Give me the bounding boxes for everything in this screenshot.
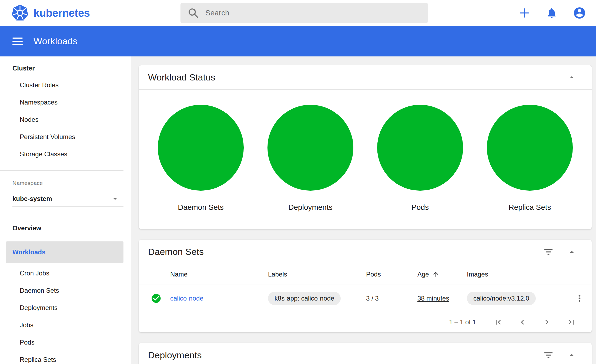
appbar: Workloads [0, 26, 596, 56]
filter-button[interactable] [543, 350, 554, 360]
namespace-select[interactable]: kube-system [0, 191, 123, 206]
kubernetes-logo-icon [11, 4, 29, 22]
collapse-button[interactable] [567, 73, 577, 82]
daemon-set-link[interactable]: calico-node [170, 295, 268, 302]
column-header-images[interactable]: Images [467, 271, 567, 278]
topbar-actions [518, 6, 586, 20]
sidebar-item-replica-sets[interactable]: Replica Sets [0, 351, 131, 364]
workload-status-header: Workload Status [139, 65, 592, 90]
chevron-left-icon [518, 317, 527, 327]
sidebar-item-cluster[interactable]: Cluster [0, 62, 131, 75]
sidebar-item-cluster-roles[interactable]: Cluster Roles [0, 76, 131, 94]
deployments-header: Deployments [139, 343, 592, 364]
more-vert-icon[interactable] [574, 293, 585, 304]
sidebar-item-deployments[interactable]: Deployments [0, 299, 131, 316]
filter-button[interactable] [543, 247, 554, 257]
table-row: calico-node k8s-app: calico-node 3 / 3 3… [139, 285, 592, 312]
card-title: Deployments [148, 350, 202, 360]
image-chip: calico/node:v3.12.0 [467, 292, 536, 305]
deployments-status-circle [267, 105, 353, 191]
brand-link[interactable]: kubernetes [11, 4, 90, 22]
filter-icon [543, 247, 554, 257]
previous-page-button[interactable] [518, 317, 527, 327]
account-icon [573, 6, 586, 20]
first-page-button[interactable] [493, 317, 503, 327]
sidebar-item-workloads[interactable]: Workloads [6, 241, 123, 263]
workload-status-card: Workload Status Daemon Sets Deployme [139, 65, 592, 229]
pagination-range-label: 1 – 1 of 1 [449, 318, 476, 326]
account-button[interactable] [573, 6, 586, 20]
sidebar: Cluster Cluster Roles Namespaces Nodes P… [0, 56, 131, 364]
pods-count: 3 / 3 [366, 295, 417, 302]
brand-wordmark: kubernetes [34, 7, 90, 19]
sidebar-item-namespaces[interactable]: Namespaces [0, 94, 131, 111]
daemon-sets-card: Daemon Sets Name Labels Pods [139, 240, 592, 332]
sidebar-item-pods[interactable]: Pods [0, 334, 131, 351]
check-circle-icon [151, 293, 162, 304]
sidebar-item-persistent-volumes[interactable]: Persistent Volumes [0, 128, 131, 146]
main-content: Workload Status Daemon Sets Deployme [131, 56, 596, 364]
topbar: kubernetes [0, 0, 596, 26]
search-icon [187, 7, 199, 19]
status-cell [151, 293, 170, 304]
card-title: Daemon Sets [148, 247, 204, 257]
workloads-nav: Cron Jobs Daemon Sets Deployments Jobs P… [0, 265, 131, 364]
notifications-button[interactable] [546, 7, 558, 19]
plus-icon [518, 7, 531, 19]
sidebar-item-storage-classes[interactable]: Storage Classes [0, 146, 131, 163]
namespace-selected-value: kube-system [12, 195, 52, 203]
card-title: Workload Status [148, 72, 215, 83]
kubernetes-dashboard: kubernetes [0, 0, 596, 364]
chevron-up-icon [567, 73, 577, 82]
replica-sets-chart: Replica Sets [487, 105, 573, 212]
table-pagination: 1 – 1 of 1 [139, 312, 592, 332]
search-input[interactable] [205, 9, 424, 17]
column-header-name[interactable]: Name [170, 271, 268, 278]
last-page-button[interactable] [566, 317, 576, 327]
sidebar-item-daemon-sets[interactable]: Daemon Sets [0, 282, 131, 299]
content: Cluster Cluster Roles Namespaces Nodes P… [0, 56, 596, 364]
last-page-icon [566, 317, 576, 327]
sort-ascending-icon [432, 271, 439, 278]
bell-icon [546, 7, 558, 19]
chevron-up-icon [567, 350, 577, 360]
hamburger-icon [12, 38, 23, 39]
menu-button[interactable] [12, 38, 23, 45]
chevron-up-icon [567, 247, 577, 257]
sidebar-item-nodes[interactable]: Nodes [0, 111, 131, 128]
table-header-row: Name Labels Pods Age Images [139, 264, 592, 285]
chevron-down-icon [111, 194, 120, 203]
chevron-right-icon [542, 317, 552, 327]
pods-status-circle [377, 105, 463, 191]
replica-sets-status-circle [487, 105, 573, 191]
daemon-sets-header: Daemon Sets [139, 240, 592, 264]
deployments-chart: Deployments [267, 105, 353, 212]
cluster-nav: Cluster Roles Namespaces Nodes Persisten… [0, 76, 131, 163]
column-header-age[interactable]: Age [417, 271, 467, 278]
chart-label: Daemon Sets [178, 203, 224, 212]
column-header-labels[interactable]: Labels [268, 271, 366, 278]
age-value[interactable]: 38 minutes [417, 295, 449, 302]
sidebar-item-overview[interactable]: Overview [0, 222, 131, 235]
namespace-label: Namespace [0, 178, 131, 188]
next-page-button[interactable] [542, 317, 552, 327]
workload-status-charts: Daemon Sets Deployments Pods Replica Set… [139, 90, 592, 229]
create-resource-button[interactable] [518, 7, 531, 19]
row-actions-cell [567, 293, 592, 304]
daemon-sets-status-circle [158, 105, 244, 191]
daemon-sets-chart: Daemon Sets [158, 105, 244, 212]
column-header-pods[interactable]: Pods [366, 271, 417, 278]
sidebar-divider [0, 170, 123, 171]
page-title: Workloads [34, 36, 78, 46]
search-bar[interactable] [180, 3, 428, 23]
deployments-card: Deployments [139, 343, 592, 364]
pods-chart: Pods [377, 105, 463, 212]
collapse-button[interactable] [567, 350, 577, 360]
sidebar-item-jobs[interactable]: Jobs [0, 316, 131, 334]
collapse-button[interactable] [567, 247, 577, 257]
chart-label: Deployments [288, 203, 332, 212]
sidebar-item-cron-jobs[interactable]: Cron Jobs [0, 265, 131, 282]
sidebar-divider [12, 206, 123, 207]
chart-label: Replica Sets [508, 203, 551, 212]
first-page-icon [493, 317, 503, 327]
